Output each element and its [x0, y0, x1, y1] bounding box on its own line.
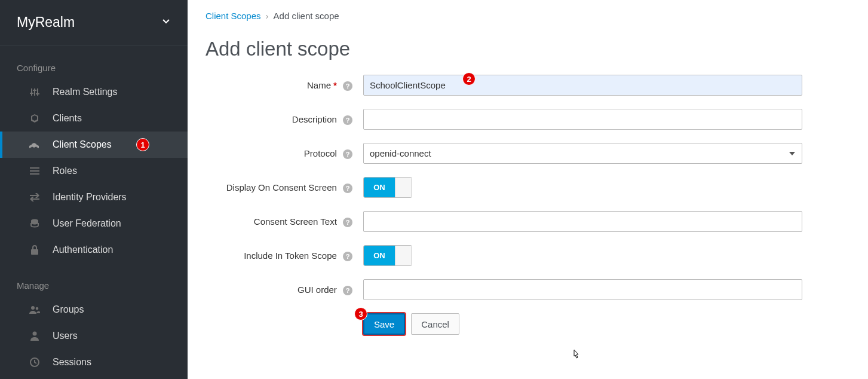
sidebar-item-label: Authentication: [53, 244, 113, 255]
realm-name: MyRealm: [17, 14, 75, 30]
exchange-icon: [29, 193, 41, 201]
callout-badge-3: 3: [354, 307, 367, 320]
sidebar: MyRealm Configure Realm Settings Clients…: [0, 0, 188, 379]
help-icon[interactable]: ?: [343, 252, 352, 261]
label-consent-text: Consent Screen Text ?: [206, 211, 363, 228]
help-icon[interactable]: ?: [343, 218, 352, 227]
database-icon: [29, 219, 41, 228]
svg-rect-1: [34, 88, 35, 96]
sidebar-item-label: Identity Providers: [53, 192, 127, 203]
svg-rect-8: [30, 173, 39, 175]
label-display-on-consent: Display On Consent Screen ?: [206, 177, 363, 194]
sidebar-item-label: Sessions: [53, 357, 91, 368]
callout-badge-2: 2: [462, 72, 476, 85]
page-title: Add client scope: [206, 38, 850, 60]
cube-icon: [29, 114, 41, 123]
users-icon: [29, 305, 41, 314]
sidebar-item-authentication[interactable]: Authentication: [0, 237, 188, 263]
callout-badge-1: 1: [136, 138, 149, 151]
sidebar-item-client-scopes[interactable]: Client Scopes 1: [0, 132, 188, 158]
sliders-icon: [29, 87, 41, 97]
include-token-toggle[interactable]: ON: [363, 245, 412, 266]
svg-point-12: [36, 307, 39, 310]
sidebar-item-label: Groups: [53, 304, 84, 315]
consent-text-input[interactable]: [363, 211, 802, 232]
svg-rect-4: [33, 90, 36, 91]
label-description: Description ?: [206, 109, 363, 126]
svg-point-11: [31, 306, 35, 310]
label-name: Name* ?: [206, 75, 363, 91]
help-icon[interactable]: ?: [343, 81, 352, 91]
lock-icon: [29, 245, 41, 255]
svg-rect-5: [36, 93, 39, 94]
sidebar-item-user-federation[interactable]: User Federation: [0, 210, 188, 237]
sidebar-item-roles[interactable]: Roles: [0, 158, 188, 184]
realm-selector[interactable]: MyRealm: [0, 0, 188, 45]
sidebar-item-clients[interactable]: Clients: [0, 105, 188, 132]
help-icon[interactable]: ?: [343, 149, 352, 159]
sidebar-item-realm-settings[interactable]: Realm Settings: [0, 79, 188, 105]
list-icon: [29, 167, 41, 175]
name-input[interactable]: [363, 75, 802, 96]
description-input[interactable]: [363, 109, 802, 130]
sidebar-item-identity-providers[interactable]: Identity Providers: [0, 184, 188, 210]
svg-rect-10: [31, 249, 38, 255]
sidebar-item-groups[interactable]: Groups: [0, 297, 188, 323]
sidebar-section-manage: Manage: [0, 263, 188, 297]
breadcrumb-current: Add client scope: [274, 11, 339, 21]
clock-icon: [29, 357, 41, 367]
client-scope-form: Name* ? 2 Description ? Pr: [206, 75, 850, 335]
help-icon[interactable]: ?: [343, 115, 352, 125]
svg-rect-0: [31, 88, 32, 96]
sidebar-section-configure: Configure: [0, 45, 188, 79]
protocol-select[interactable]: openid-connect: [363, 143, 802, 164]
sidebar-item-label: Roles: [53, 166, 77, 176]
breadcrumb-link-client-scopes[interactable]: Client Scopes: [206, 11, 261, 21]
cubes-icon: [29, 140, 41, 149]
main-content: Client Scopes › Add client scope Add cli…: [188, 0, 868, 379]
sidebar-item-label: Clients: [53, 113, 82, 124]
label-protocol: Protocol ?: [206, 143, 363, 160]
svg-rect-7: [30, 170, 39, 172]
sidebar-item-users[interactable]: Users: [0, 323, 188, 349]
cursor-pointer-icon: [571, 349, 581, 364]
sidebar-item-label: Realm Settings: [53, 87, 118, 97]
sidebar-item-label: Client Scopes: [53, 139, 112, 150]
help-icon[interactable]: ?: [343, 286, 352, 295]
user-icon: [29, 331, 41, 341]
svg-point-13: [33, 332, 37, 336]
chevron-down-icon: [161, 17, 171, 29]
save-button[interactable]: Save: [363, 313, 405, 335]
svg-rect-2: [37, 88, 38, 96]
chevron-right-icon: ›: [266, 11, 269, 21]
help-icon[interactable]: ?: [343, 184, 352, 193]
sidebar-item-sessions[interactable]: Sessions: [0, 349, 188, 375]
breadcrumb: Client Scopes › Add client scope: [206, 11, 850, 21]
svg-rect-6: [30, 167, 39, 169]
label-include-token: Include In Token Scope ?: [206, 245, 363, 262]
cancel-button[interactable]: Cancel: [411, 313, 459, 335]
gui-order-input[interactable]: [363, 279, 802, 300]
label-gui-order: GUI order ?: [206, 279, 363, 296]
display-on-consent-toggle[interactable]: ON: [363, 177, 412, 198]
sidebar-item-label: Users: [53, 331, 78, 341]
sidebar-item-label: User Federation: [53, 218, 121, 229]
svg-rect-3: [30, 93, 33, 94]
